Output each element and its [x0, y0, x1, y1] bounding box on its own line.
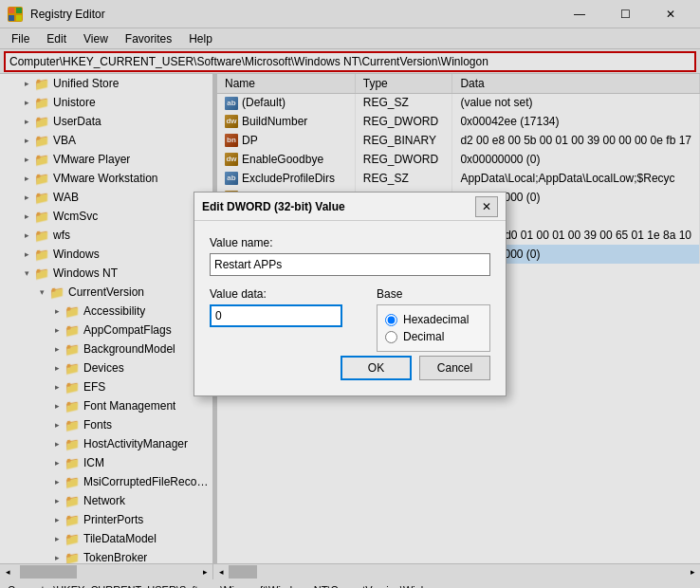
- app-window: Registry Editor — ☐ ✕ FileEditViewFavori…: [0, 0, 700, 588]
- hexadecimal-radio[interactable]: [385, 314, 397, 326]
- cancel-button[interactable]: Cancel: [419, 356, 490, 380]
- value-name-label: Value name:: [210, 236, 490, 249]
- modal-overlay: Edit DWORD (32-bit) Value ✕ Value name: …: [0, 0, 700, 588]
- modal-buttons: OK Cancel: [210, 352, 490, 380]
- value-data-input[interactable]: [210, 304, 342, 327]
- hexadecimal-label: Hexadecimal: [403, 313, 469, 326]
- value-name-input[interactable]: [210, 253, 490, 276]
- modal-data-section: Value data:: [210, 287, 361, 327]
- modal-title: Edit DWORD (32-bit) Value: [202, 200, 345, 213]
- decimal-option[interactable]: Decimal: [385, 330, 482, 343]
- modal-title-bar: Edit DWORD (32-bit) Value ✕: [194, 193, 506, 221]
- base-options-box: Hexadecimal Decimal: [377, 304, 490, 352]
- modal-data-row: Value data: Base Hexadecimal: [210, 287, 490, 352]
- decimal-radio[interactable]: [385, 331, 397, 343]
- edit-dword-dialog: Edit DWORD (32-bit) Value ✕ Value name: …: [193, 192, 507, 396]
- modal-close-button[interactable]: ✕: [475, 196, 498, 217]
- decimal-label: Decimal: [403, 330, 444, 343]
- modal-body: Value name: Value data: Base Hexadecimal: [194, 221, 506, 395]
- hexadecimal-option[interactable]: Hexadecimal: [385, 313, 482, 326]
- base-label: Base: [377, 287, 490, 301]
- modal-base-section: Base Hexadecimal Decimal: [377, 287, 490, 352]
- value-data-label: Value data:: [210, 287, 361, 301]
- ok-button[interactable]: OK: [341, 356, 412, 380]
